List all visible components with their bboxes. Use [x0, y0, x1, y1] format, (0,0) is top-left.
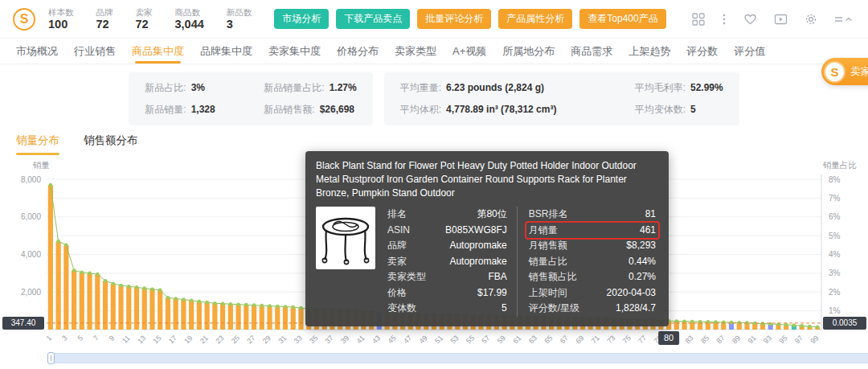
- bar-rank-7[interactable]: [95, 274, 100, 330]
- bar-rank-23[interactable]: [220, 304, 225, 330]
- bar-rank-8[interactable]: [103, 281, 108, 330]
- tooltip-left-table: 排名第80位ASINB085XWG8FJ品牌Autopromake卖家Autop…: [385, 207, 510, 317]
- nav-tab[interactable]: 商品需求: [571, 39, 612, 64]
- bar-rank-22[interactable]: [212, 303, 217, 330]
- action-button[interactable]: 查看Top400产品: [579, 9, 665, 29]
- bar-rank-30[interactable]: [275, 306, 280, 330]
- nav-tab[interactable]: 市场概况: [16, 39, 58, 64]
- bar-rank-20[interactable]: [197, 301, 202, 330]
- summary-label: 新品销量占比:: [264, 81, 324, 95]
- nav-tab[interactable]: A+视频: [452, 39, 486, 64]
- bar-rank-32[interactable]: [291, 307, 296, 330]
- svg-text:7%: 7%: [829, 194, 841, 203]
- nav-tab[interactable]: 所属地分布: [502, 39, 555, 64]
- bar-rank-18[interactable]: [181, 300, 186, 330]
- bar-rank-16[interactable]: [166, 297, 170, 330]
- chart-zoom-slider[interactable]: [48, 353, 868, 363]
- tooltip-row-value: $8,293: [626, 238, 656, 254]
- grid-icon[interactable]: [692, 13, 705, 26]
- summary-label: 平均体积:: [400, 103, 441, 117]
- more-icon[interactable]: [722, 13, 727, 26]
- header-stat: 样本数100: [48, 7, 74, 31]
- svg-text:57: 57: [480, 334, 491, 345]
- nav-tab[interactable]: 品牌集中度: [200, 39, 252, 64]
- bar-rank-17[interactable]: [174, 298, 178, 330]
- tooltip-row-value: 0.27%: [628, 269, 656, 285]
- header-stats: 样本数100品牌72卖家72商品数3,044新品数3: [48, 7, 252, 31]
- svg-text:53: 53: [448, 334, 460, 345]
- bar-rank-26[interactable]: [244, 305, 248, 330]
- bar-rank-15[interactable]: [158, 290, 162, 330]
- bar-rank-14[interactable]: [149, 289, 154, 330]
- svg-text:37: 37: [324, 334, 335, 345]
- bar-rank-6[interactable]: [87, 273, 92, 330]
- slider-handle-left[interactable]: [47, 352, 55, 364]
- svg-text:11: 11: [121, 334, 132, 345]
- svg-text:80: 80: [664, 333, 674, 342]
- heart-icon[interactable]: [743, 13, 757, 26]
- nav-tab[interactable]: 价格分布: [337, 39, 379, 64]
- summary-cell: 平均体积:4,778.89 in³ (78,312 cm³): [400, 103, 611, 117]
- nav-tab[interactable]: 商品集中度: [132, 39, 184, 64]
- nav-tab[interactable]: 评分值: [734, 39, 765, 64]
- nav-tab[interactable]: 卖家集中度: [268, 39, 321, 64]
- stat-value: 3,044: [175, 18, 204, 31]
- nav-tab[interactable]: 上架趋势: [628, 39, 670, 64]
- nav-tab[interactable]: 卖家类型: [395, 39, 436, 64]
- share-line-dot: [158, 289, 162, 293]
- bar-rank-28[interactable]: [260, 305, 264, 330]
- bar-rank-33[interactable]: [298, 308, 303, 330]
- bar-rank-31[interactable]: [283, 306, 288, 330]
- action-button[interactable]: 批量评论分析: [417, 9, 491, 29]
- stat-label: 新品数: [227, 7, 252, 18]
- svg-text:21: 21: [199, 334, 210, 345]
- summary-label: 新品销售额:: [264, 103, 314, 117]
- badge-logo-icon: S: [824, 61, 845, 83]
- svg-text:49: 49: [418, 334, 429, 345]
- svg-text:9: 9: [108, 334, 117, 342]
- svg-text:61: 61: [511, 334, 522, 345]
- nav-tab[interactable]: 行业销售: [74, 39, 116, 64]
- bar-rank-4[interactable]: [72, 270, 76, 330]
- bar-rank-3[interactable]: [63, 245, 68, 330]
- tooltip-row-value: 1,828/4.7: [616, 301, 656, 317]
- summary-row: 新品销量:1,328新品销售额:$26,698: [145, 103, 356, 117]
- tooltip-row-label: 销售额占比: [529, 269, 577, 285]
- header-stat: 品牌72: [96, 7, 113, 31]
- bar-rank-2[interactable]: [56, 241, 61, 330]
- share-line-dot: [737, 321, 741, 325]
- bar-rank-21[interactable]: [205, 302, 210, 330]
- summary-value: 52.99%: [690, 82, 723, 93]
- video-icon[interactable]: [774, 13, 788, 26]
- summary-value: 1.27%: [330, 82, 357, 93]
- seller-sprite-badge[interactable]: S 卖家精: [821, 58, 868, 85]
- svg-text:67: 67: [559, 334, 570, 345]
- action-button[interactable]: 下载产品卖点: [336, 9, 410, 29]
- stat-label: 样本数: [48, 7, 74, 18]
- summary-cell: 新品占比:3%: [145, 81, 240, 95]
- svg-text:33: 33: [293, 334, 304, 345]
- svg-text:51: 51: [433, 334, 444, 345]
- bar-rank-25[interactable]: [235, 305, 240, 330]
- bar-rank-27[interactable]: [252, 305, 256, 330]
- bar-rank-29[interactable]: [267, 306, 272, 330]
- tooltip-row-value: Autopromake: [449, 254, 506, 270]
- collapse-icon[interactable]: [834, 13, 854, 26]
- section-nav: 市场概况行业销售商品集中度品牌集中度卖家集中度价格分布卖家类型A+视频所属地分布…: [0, 39, 868, 64]
- nav-tab[interactable]: 评分数: [686, 39, 718, 64]
- stat-value: 72: [96, 18, 113, 31]
- share-line-dot: [236, 302, 240, 306]
- tooltip-row-value: 81: [645, 207, 656, 223]
- action-button[interactable]: 产品属性分析: [498, 9, 572, 29]
- gear-icon[interactable]: [805, 13, 817, 26]
- svg-text:5%: 5%: [829, 232, 841, 240]
- svg-text:13: 13: [136, 334, 147, 345]
- bar-rank-24[interactable]: [228, 304, 233, 330]
- bar-rank-1[interactable]: [48, 185, 53, 330]
- action-button[interactable]: 市场分析: [274, 9, 329, 29]
- bar-rank-5[interactable]: [80, 273, 84, 330]
- chart-tab[interactable]: 销量分布: [16, 133, 59, 155]
- chart-tab[interactable]: 销售额分布: [84, 133, 138, 155]
- summary-value: 6.23 pounds (2,824 g): [446, 82, 544, 93]
- bar-rank-19[interactable]: [189, 301, 194, 330]
